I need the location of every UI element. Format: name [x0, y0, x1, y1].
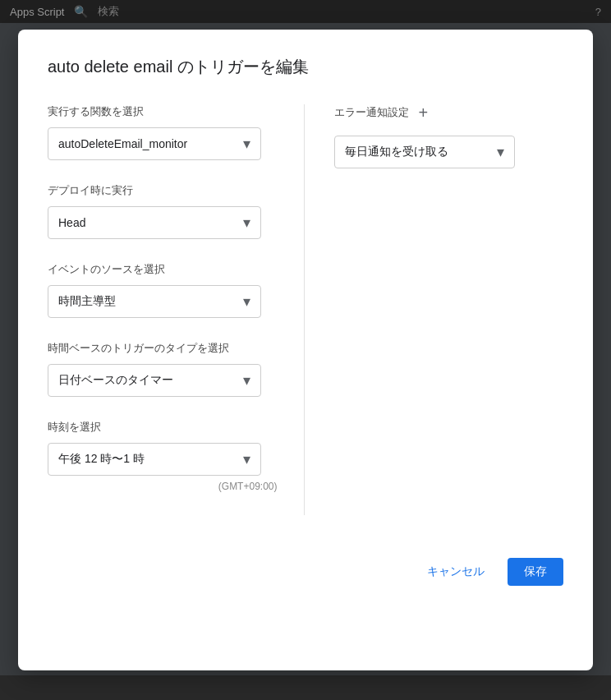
left-column: 実行する関数を選択 autoDeleteEmail_monitor ▾ デプロイ…	[48, 104, 305, 515]
dialog-title: auto delete email のトリガーを編集	[48, 56, 563, 78]
function-select-value: autoDeleteEmail_monitor	[58, 137, 243, 150]
notification-select[interactable]: 毎日通知を受け取る ▾	[334, 136, 515, 168]
trigger-type-label: 時間ベースのトリガーのタイプを選択	[48, 341, 278, 356]
gmt-note: (GMT+09:00)	[48, 481, 278, 492]
deploy-chevron-icon: ▾	[243, 215, 250, 230]
time-chevron-icon: ▾	[243, 452, 250, 467]
dialog-body: 実行する関数を選択 autoDeleteEmail_monitor ▾ デプロイ…	[48, 104, 563, 515]
deploy-field-group: デプロイ時に実行 Head ▾	[48, 183, 278, 239]
function-select[interactable]: autoDeleteEmail_monitor ▾	[48, 127, 261, 160]
function-chevron-icon: ▾	[243, 136, 250, 151]
trigger-type-select-value: 日付ベースのタイマー	[58, 373, 243, 388]
error-notification-header: エラー通知設定 +	[334, 104, 564, 121]
time-select[interactable]: 午後 12 時〜1 時 ▾	[48, 443, 261, 476]
trigger-type-field-group: 時間ベースのトリガーのタイプを選択 日付ベースのタイマー ▾	[48, 341, 278, 397]
event-source-field-group: イベントのソースを選択 時間主導型 ▾	[48, 262, 278, 318]
function-field-group: 実行する関数を選択 autoDeleteEmail_monitor ▾	[48, 104, 278, 160]
save-button[interactable]: 保存	[508, 558, 563, 586]
time-field-group: 時刻を選択 午後 12 時〜1 時 ▾ (GMT+09:00)	[48, 420, 278, 492]
error-notification-label: エラー通知設定	[334, 105, 409, 120]
deploy-select-value: Head	[58, 216, 243, 229]
event-source-select-value: 時間主導型	[58, 294, 243, 309]
right-column: エラー通知設定 + 毎日通知を受け取る ▾	[305, 104, 564, 515]
dialog: auto delete email のトリガーを編集 実行する関数を選択 aut…	[18, 30, 593, 670]
event-source-label: イベントのソースを選択	[48, 262, 278, 277]
modal-overlay: auto delete email のトリガーを編集 実行する関数を選択 aut…	[0, 0, 611, 700]
trigger-type-chevron-icon: ▾	[243, 373, 250, 388]
deploy-select[interactable]: Head ▾	[48, 206, 261, 239]
event-source-chevron-icon: ▾	[243, 294, 250, 309]
event-source-select[interactable]: 時間主導型 ▾	[48, 285, 261, 318]
dialog-footer: キャンセル 保存	[48, 548, 563, 586]
notification-chevron-icon: ▾	[497, 145, 504, 159]
add-notification-icon[interactable]: +	[419, 104, 429, 121]
function-label: 実行する関数を選択	[48, 104, 278, 119]
time-label: 時刻を選択	[48, 420, 278, 435]
trigger-type-select[interactable]: 日付ベースのタイマー ▾	[48, 364, 261, 397]
cancel-button[interactable]: キャンセル	[417, 558, 494, 586]
notification-select-value: 毎日通知を受け取る	[345, 145, 497, 159]
time-select-value: 午後 12 時〜1 時	[58, 452, 243, 467]
deploy-label: デプロイ時に実行	[48, 183, 278, 198]
